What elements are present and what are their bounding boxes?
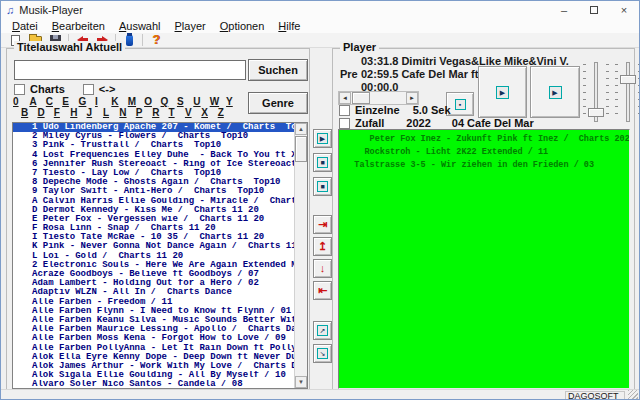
song-row[interactable]: 2 Electronic Souls - Here We Are Again E… <box>13 261 294 270</box>
alphabet-link-p[interactable]: P <box>136 107 152 118</box>
alphabet-link-r[interactable]: R <box>152 107 168 118</box>
song-row[interactable]: K Pink - Never Gonna Not Dance Again / C… <box>13 242 294 251</box>
search-input[interactable] <box>14 60 246 80</box>
song-row[interactable]: L Loi - Gold / Charts 11 20 <box>13 252 294 261</box>
alphabet-link-j[interactable]: J <box>87 107 103 118</box>
song-row[interactable]: Alok James Arthur - Work With My Love / … <box>13 362 294 371</box>
alphabet-link-s[interactable]: S <box>177 96 193 107</box>
alphabet-row-2: BDFHJLNPRTVXZ <box>21 107 234 118</box>
alphabet-link-d[interactable]: D <box>37 107 53 118</box>
menu-optionen[interactable]: Optionen <box>213 20 272 32</box>
alphabet-link-w[interactable]: W <box>210 96 226 107</box>
expand-upright-button[interactable]: ↗ <box>313 321 332 340</box>
search-button[interactable]: Suchen <box>248 59 308 81</box>
alphabet-link-v[interactable]: V <box>185 107 201 118</box>
song-row[interactable]: Alle Farben PollyAnna - Let It Rain Down… <box>13 344 294 353</box>
alphabet-link-u[interactable]: U <box>193 96 209 107</box>
play-button[interactable]: ▶ <box>313 129 332 148</box>
song-row[interactable]: 4 Lost Frequencies Elley Duhe - Back To … <box>13 151 294 160</box>
scroll-down-icon[interactable]: ▼ <box>295 376 307 388</box>
position-right-icon[interactable]: ► <box>406 92 418 104</box>
song-row[interactable]: E Peter Fox - Vergessen wie / Charts 11 … <box>13 215 294 224</box>
close-button[interactable]: × <box>609 1 639 19</box>
alphabet-link-i[interactable]: I <box>95 96 111 107</box>
volume-thumb[interactable] <box>588 108 604 117</box>
song-row[interactable]: Acraze Goodboys - Believe ft Goodboys / … <box>13 270 294 279</box>
stop-button[interactable]: ■ <box>313 153 332 172</box>
alphabet-link-z[interactable]: Z <box>218 107 234 118</box>
alphabet-link-o[interactable]: O <box>144 96 160 107</box>
list-scrollbar[interactable]: ▲ ▼ <box>294 123 307 388</box>
song-row[interactable]: Alle Farben Maurice Lessing - Apollo / C… <box>13 325 294 334</box>
alphabet-link-f[interactable]: F <box>54 107 70 118</box>
play-deck-b-button[interactable]: ▶ <box>530 66 580 118</box>
song-row[interactable]: A Calvin Harris Ellie Goulding - Miracle… <box>13 197 294 206</box>
song-row[interactable]: 9 Taylor Swift - Anti-Hero / Charts Top1… <box>13 187 294 196</box>
alphabet-link-g[interactable]: G <box>79 96 95 107</box>
alphabet-link-t[interactable]: T <box>169 107 185 118</box>
volume-slider[interactable] <box>583 62 609 124</box>
maximize-button[interactable] <box>579 1 609 19</box>
alphabet-link-l[interactable]: L <box>103 107 119 118</box>
song-row[interactable]: 1 Udo Lindenberg Apache 207 - Komet / Ch… <box>13 123 294 132</box>
alphabet-link-0[interactable]: 0 <box>13 96 29 107</box>
alphabet-link-e[interactable]: E <box>62 96 78 107</box>
song-row[interactable]: Alvaro Soler Nico Santos - Candela / 08 <box>13 380 294 388</box>
balance-slider[interactable] <box>615 62 640 124</box>
alphabet-link-k[interactable]: K <box>111 96 127 107</box>
song-row[interactable]: 8 Depeche Mode - Ghosts Again / Charts T… <box>13 178 294 187</box>
transfer-left-button[interactable]: ⇤ <box>313 281 332 300</box>
position-scrollbar[interactable]: ◄ ► <box>338 91 419 105</box>
song-row[interactable]: I Tiesto Tate McRae - 10 35 / Charts 11 … <box>13 233 294 242</box>
zufall-checkbox[interactable] <box>339 118 350 129</box>
song-row[interactable]: 7 Tiesto - Lay Low / Charts Top10 <box>13 169 294 178</box>
title-bar[interactable]: ♫ Musik-Player – × <box>1 1 639 19</box>
alphabet-link-n[interactable]: N <box>119 107 135 118</box>
position-thumb[interactable] <box>352 92 370 104</box>
play-deck-a-button[interactable]: ▶ <box>478 66 527 118</box>
song-row[interactable]: 6 Jennifer Rush Stereoact - Ring of Ice … <box>13 160 294 169</box>
song-row[interactable]: Alok Ella Eyre Kenny Dope - Deep Down ft… <box>13 353 294 362</box>
scroll-thumb[interactable] <box>295 136 307 162</box>
stop-button-2[interactable]: ■ <box>313 177 332 196</box>
expand-downright-button[interactable]: ↘ <box>313 344 332 363</box>
alphabet-link-y[interactable]: Y <box>226 96 242 107</box>
menu-bearbeiten[interactable]: Bearbeiten <box>45 20 112 32</box>
help-button[interactable]: ? <box>146 33 166 47</box>
song-row[interactable]: D Dermot Kennedy - Kiss Me / Charts 11 2… <box>13 206 294 215</box>
song-row[interactable]: Alle Farben Keanu Silva - Music Sounds B… <box>13 316 294 325</box>
slider-track[interactable] <box>626 62 630 122</box>
song-row[interactable]: Alle Farben Flynn - I Need to Know ft Fl… <box>13 307 294 316</box>
menu-auswahl[interactable]: Auswahl <box>112 20 168 32</box>
alphabet-link-m[interactable]: M <box>128 96 144 107</box>
alphabet-link-q[interactable]: Q <box>161 96 177 107</box>
resize-grip-icon[interactable] <box>628 390 638 400</box>
alphabet-link-x[interactable]: X <box>201 107 217 118</box>
song-row[interactable]: Alok Sigala Ellie Goulding - All By Myse… <box>13 371 294 380</box>
alphabet-link-c[interactable]: C <box>46 96 62 107</box>
transfer-right-button[interactable]: ⇥ <box>313 215 332 234</box>
song-row[interactable]: 2 Miley Cyrus - Flowers / Charts Top10 <box>13 132 294 141</box>
song-row[interactable]: Alle Farben Moss Kena - Forgot How to Lo… <box>13 334 294 343</box>
song-row[interactable]: Adaptiv WLZN - All In / Charts Dance <box>13 288 294 297</box>
genre-button[interactable]: Genre <box>248 92 308 114</box>
alphabet-link-a[interactable]: A <box>29 96 45 107</box>
minimize-button[interactable]: – <box>549 1 579 19</box>
balance-thumb[interactable] <box>620 75 636 84</box>
scroll-up-icon[interactable]: ▲ <box>295 123 307 135</box>
move-down-button[interactable]: ↓ <box>313 259 332 278</box>
menu-datei[interactable]: Datei <box>5 20 45 32</box>
menu-player[interactable]: Player <box>168 20 213 32</box>
move-top-button[interactable]: ↥ <box>313 237 332 256</box>
charts-checkbox[interactable] <box>14 84 25 95</box>
song-row[interactable]: Adam Lambert - Holding Out for a Hero / … <box>13 279 294 288</box>
alphabet-link-h[interactable]: H <box>70 107 86 118</box>
einzelne-checkbox[interactable] <box>339 105 350 116</box>
song-row[interactable]: F Rosa Linn - Snap / Charts 11 20 <box>13 224 294 233</box>
song-row[interactable]: Alle Farben - Freedom / 11 <box>13 298 294 307</box>
menu-hilfe[interactable]: Hilfe <box>271 20 307 32</box>
song-row[interactable]: 3 Pink - Trustfall / Charts Top10 <box>13 141 294 150</box>
range-checkbox[interactable] <box>83 84 94 95</box>
alphabet-link-b[interactable]: B <box>21 107 37 118</box>
position-left-icon[interactable]: ◄ <box>339 92 351 104</box>
